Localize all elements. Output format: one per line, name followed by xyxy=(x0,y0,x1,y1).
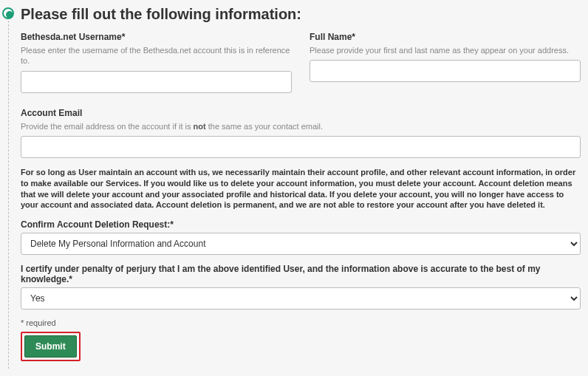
timeline-line xyxy=(8,21,9,369)
confirm-select[interactable]: Delete My Personal Information and Accou… xyxy=(21,233,581,255)
step-indicator-icon xyxy=(2,7,14,19)
page-title: Please fill out the following informatio… xyxy=(21,6,581,23)
fullname-help: Please provide your first and last name … xyxy=(310,45,581,55)
fullname-input[interactable] xyxy=(310,60,581,82)
email-input[interactable] xyxy=(21,136,581,158)
email-help-pre: Provide the email address on the account… xyxy=(21,122,194,131)
email-help-bold: not xyxy=(194,122,206,131)
username-input[interactable] xyxy=(21,71,292,93)
deletion-notice: For so long as User maintain an account … xyxy=(21,167,581,211)
certify-label: I certify under penalty of perjury that … xyxy=(21,264,581,284)
required-note: * required xyxy=(21,318,581,327)
submit-button[interactable]: Submit xyxy=(24,335,77,358)
certify-select[interactable]: Yes xyxy=(21,287,581,310)
email-help-post: the same as your contact email. xyxy=(206,122,323,131)
fullname-label: Full Name* xyxy=(310,32,581,42)
username-label: Bethesda.net Username* xyxy=(21,32,292,42)
submit-highlight-box: Submit xyxy=(21,332,81,361)
username-help: Please enter the username of the Bethesd… xyxy=(21,45,292,66)
confirm-label: Confirm Account Deletion Request:* xyxy=(21,219,581,230)
email-help: Provide the email address on the account… xyxy=(21,121,581,131)
email-label: Account Email xyxy=(21,108,581,118)
